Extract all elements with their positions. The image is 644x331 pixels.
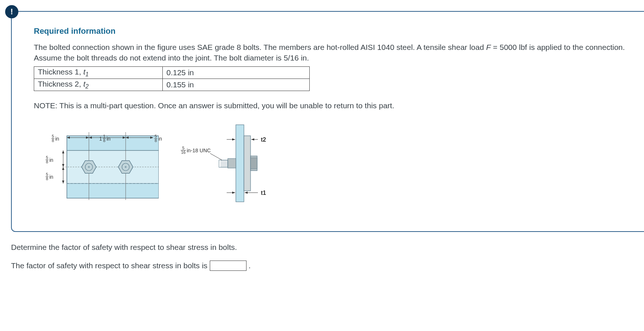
table-cell-value: 0.125 in bbox=[163, 66, 310, 79]
svg-rect-32 bbox=[244, 136, 251, 191]
svg-line-50 bbox=[210, 153, 222, 160]
multi-part-note: NOTE: This is a multi-part question. Onc… bbox=[34, 101, 632, 110]
top-view-svg bbox=[41, 121, 159, 205]
force-variable: F bbox=[486, 43, 491, 51]
svg-marker-27 bbox=[62, 164, 64, 167]
svg-rect-34 bbox=[251, 158, 257, 169]
thickness-table: Thickness 1, t1 0.125 in Thickness 2, t2… bbox=[34, 66, 310, 91]
problem-statement: The bolted connection shown in the figur… bbox=[34, 42, 632, 63]
dim-top-mid: 1 18 in bbox=[99, 134, 111, 143]
alert-icon: ! bbox=[5, 5, 18, 18]
t2-label: t2 bbox=[261, 137, 266, 143]
table-cell-value: 0.155 in bbox=[163, 79, 310, 91]
required-info-panel: ! Required information The bolted connec… bbox=[11, 11, 644, 232]
dim-side-lower: 58 in bbox=[46, 172, 53, 181]
thread-spec: 516 in-18 UNC bbox=[181, 146, 211, 154]
panel-heading: Required information bbox=[34, 26, 632, 36]
answer-line: The factor of safety with respect to she… bbox=[11, 261, 644, 271]
answer-suffix: . bbox=[249, 261, 251, 270]
svg-marker-26 bbox=[62, 150, 64, 153]
svg-rect-31 bbox=[236, 125, 244, 202]
question-area: Determine the factor of safety with resp… bbox=[11, 243, 644, 271]
answer-input[interactable] bbox=[210, 261, 247, 271]
figure-area: 58 in 1 18 in 58 in 58 in 58 bbox=[34, 121, 632, 209]
figure-top-view: 58 in 1 18 in 58 in 58 in 58 bbox=[41, 121, 159, 205]
figure-side-view: 516 in-18 UNC t2 t1 bbox=[181, 121, 284, 205]
svg-marker-49 bbox=[232, 192, 235, 194]
table-cell-label: Thickness 1, t1 bbox=[34, 66, 163, 79]
table-row: Thickness 1, t1 0.125 in bbox=[34, 66, 310, 79]
side-view-svg bbox=[181, 121, 284, 205]
dim-side-upper: 58 in bbox=[46, 156, 53, 164]
dim-top-right: 58 in bbox=[154, 134, 162, 143]
svg-marker-29 bbox=[62, 167, 64, 170]
svg-marker-30 bbox=[62, 181, 64, 183]
body-text-1: The bolted connection shown in the figur… bbox=[34, 43, 486, 51]
table-cell-label: Thickness 2, t2 bbox=[34, 79, 163, 91]
svg-rect-35 bbox=[228, 159, 236, 168]
t1-label: t1 bbox=[261, 190, 266, 196]
table-row: Thickness 2, t2 0.155 in bbox=[34, 79, 310, 91]
svg-marker-47 bbox=[245, 192, 248, 194]
question-prompt: Determine the factor of safety with resp… bbox=[11, 243, 644, 252]
dim-top-left: 58 in bbox=[51, 134, 59, 143]
svg-marker-43 bbox=[251, 138, 254, 141]
svg-marker-45 bbox=[232, 138, 235, 141]
answer-prefix: The factor of safety with respect to she… bbox=[11, 261, 208, 270]
